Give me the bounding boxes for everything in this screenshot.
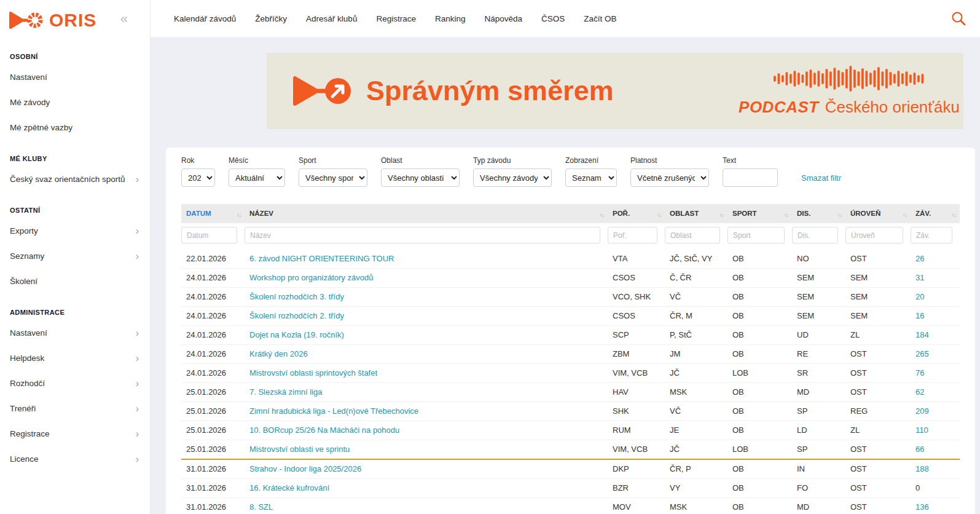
sort-icon[interactable]: ↑↓: [237, 212, 241, 218]
event-name-link[interactable]: Dojet na Kozla (19. ročník): [249, 330, 344, 339]
nav-item-1[interactable]: Kalendář závodů: [174, 14, 236, 23]
event-entries-link[interactable]: 110: [915, 425, 928, 435]
event-name-link[interactable]: 7. Slezská zimní liga: [249, 387, 323, 397]
cell-zav: 16: [911, 307, 960, 326]
event-name-link[interactable]: Mistrovství oblasti ve sprintu: [249, 445, 350, 454]
cell-uroven: ZL: [845, 326, 911, 345]
event-name-link[interactable]: 16. Krátecké kufrování: [249, 483, 329, 492]
chevron-right-icon: ›: [136, 252, 139, 260]
nav-item-2[interactable]: Žebříčky: [255, 14, 287, 23]
filter-select-typ-zavodu[interactable]: Všechny závody: [473, 168, 552, 187]
sidebar-item[interactable]: Nastavení›: [0, 320, 150, 346]
filter-select-mesic[interactable]: Aktuální: [229, 168, 285, 187]
cell-datum: 25.01.2026: [181, 421, 245, 440]
cell-nazev: 16. Krátecké kufrování: [245, 479, 608, 498]
column-header-nazev[interactable]: NÁZEV↑↓: [245, 204, 608, 223]
column-filter-uroven[interactable]: [845, 227, 903, 243]
sidebar-item[interactable]: Rozhodčí›: [0, 371, 150, 396]
event-entries-link[interactable]: 62: [915, 387, 924, 397]
sort-icon[interactable]: ↑↓: [952, 212, 956, 218]
column-header-datum[interactable]: DATUM↑↓: [181, 204, 245, 223]
sidebar-item[interactable]: Helpdesk›: [0, 346, 150, 371]
cell-dis: SR: [792, 364, 845, 383]
clear-filter-link[interactable]: Smazat filtr: [801, 173, 841, 183]
cell-sport: LOB: [727, 364, 792, 383]
sidebar-item[interactable]: Exporty›: [0, 218, 150, 243]
column-filter-sport[interactable]: [727, 227, 785, 243]
column-header-sport[interactable]: SPORT↑↓: [727, 204, 792, 223]
sort-icon[interactable]: ↑↓: [600, 212, 604, 218]
sidebar-item[interactable]: Mé závody: [0, 90, 150, 115]
event-name-link[interactable]: Strahov - Indoor liga 2025/2026: [249, 464, 361, 473]
sidebar-item[interactable]: Trenéři›: [0, 396, 150, 421]
event-name-link[interactable]: 8. SZL: [249, 502, 273, 512]
filter-select-sport[interactable]: Všechny sporty: [299, 168, 367, 187]
sidebar-item[interactable]: Licence›: [0, 446, 150, 472]
sidebar-item[interactable]: Mé zpětné vazby: [0, 115, 150, 140]
cell-uroven: OST: [845, 479, 911, 498]
nav-item-5[interactable]: Ranking: [435, 14, 466, 23]
event-name-link[interactable]: Mistrovství oblasti sprintových štafet: [249, 368, 377, 378]
sort-icon[interactable]: ↑↓: [903, 212, 907, 218]
column-header-zav[interactable]: ZÁV.↑↓: [911, 204, 960, 223]
column-filter-por[interactable]: [608, 227, 657, 243]
event-name-link[interactable]: Školení rozhodčích 2. třídy: [249, 311, 344, 320]
event-entries-link[interactable]: 31: [915, 273, 924, 282]
event-entries-link[interactable]: 20: [915, 292, 924, 301]
sidebar-item-label: Registrace: [10, 429, 50, 438]
column-filter-zav[interactable]: [911, 227, 952, 243]
sidebar-item[interactable]: Registrace›: [0, 421, 150, 446]
sidebar-item[interactable]: Školení: [0, 269, 150, 294]
column-header-oblast[interactable]: OBLAST↑↓: [665, 204, 727, 223]
event-entries-link[interactable]: 209: [915, 406, 929, 416]
event-name-link[interactable]: Zimní hradubická liga - Led(n)ové Třebec…: [249, 406, 418, 416]
event-name-link[interactable]: Školení rozhodčích 3. třídy: [249, 292, 344, 301]
cell-datum: 31.01.2026: [181, 498, 245, 514]
search-icon[interactable]: [951, 10, 966, 26]
cell-oblast: ČR, P: [665, 459, 727, 479]
cell-datum: 25.01.2026: [181, 383, 245, 402]
podcast-banner[interactable]: Správným směrem PODCASTČeského orienťáku: [267, 53, 963, 129]
nav-item-7[interactable]: ČSOS: [541, 14, 565, 23]
filter-select-rok[interactable]: 2026: [181, 168, 215, 187]
event-entries-link[interactable]: 26: [915, 254, 924, 263]
sort-icon[interactable]: ↑↓: [719, 212, 724, 218]
event-entries-link[interactable]: 188: [915, 464, 929, 473]
event-name-link[interactable]: 10. BORcup 25/26 Na Mácháči na pohodu: [249, 425, 399, 435]
cell-por: CSOS: [608, 269, 665, 288]
sort-icon[interactable]: ↑↓: [657, 212, 661, 218]
column-filter-oblast[interactable]: [665, 227, 720, 243]
filter-select-platnost[interactable]: Včetně zrušených: [630, 168, 709, 187]
cell-zav: 76: [911, 364, 960, 383]
event-entries-link[interactable]: 184: [915, 330, 929, 339]
event-name-link[interactable]: Workshop pro organizátory závodů: [249, 273, 373, 282]
filter-text-input[interactable]: [723, 168, 778, 187]
event-entries-link[interactable]: 16: [915, 311, 924, 320]
oris-logo-text[interactable]: ORIS: [49, 10, 96, 31]
nav-item-6[interactable]: Nápověda: [484, 14, 522, 23]
column-filter-nazev[interactable]: [245, 227, 600, 243]
event-entries-link[interactable]: 66: [915, 445, 924, 454]
filter-select-oblast[interactable]: Všechny oblasti: [381, 168, 460, 187]
column-header-dis[interactable]: DIS.↑↓: [792, 204, 845, 223]
event-name-link[interactable]: Krátký den 2026: [249, 349, 308, 358]
column-filter-dis[interactable]: [792, 227, 838, 243]
nav-item-8[interactable]: Začít OB: [584, 14, 616, 23]
cell-sport: LOB: [727, 440, 792, 460]
nav-item-4[interactable]: Registrace: [376, 14, 416, 23]
nav-item-3[interactable]: Adresář klubů: [306, 14, 357, 23]
sidebar-collapse-icon[interactable]: «: [120, 11, 128, 27]
event-entries-link[interactable]: 136: [915, 502, 929, 512]
sidebar-item[interactable]: Český svaz orientačních sportů›: [0, 167, 150, 192]
column-header-uroven[interactable]: ÚROVEŇ↑↓: [845, 204, 911, 223]
column-header-por[interactable]: POŘ.↑↓: [608, 204, 665, 223]
event-entries-link[interactable]: 76: [915, 368, 924, 378]
sidebar-item[interactable]: Seznamy›: [0, 243, 150, 269]
event-entries-link[interactable]: 265: [915, 349, 929, 358]
column-filter-datum[interactable]: [181, 227, 237, 243]
filter-select-zobrazeni[interactable]: Seznam: [565, 168, 617, 187]
event-name-link[interactable]: 6. závod NIGHT ORIENTEERING TOUR: [249, 254, 394, 263]
sort-icon[interactable]: ↑↓: [784, 212, 788, 218]
sidebar-item[interactable]: Nastavení: [0, 65, 150, 90]
sort-icon[interactable]: ↑↓: [837, 212, 842, 218]
